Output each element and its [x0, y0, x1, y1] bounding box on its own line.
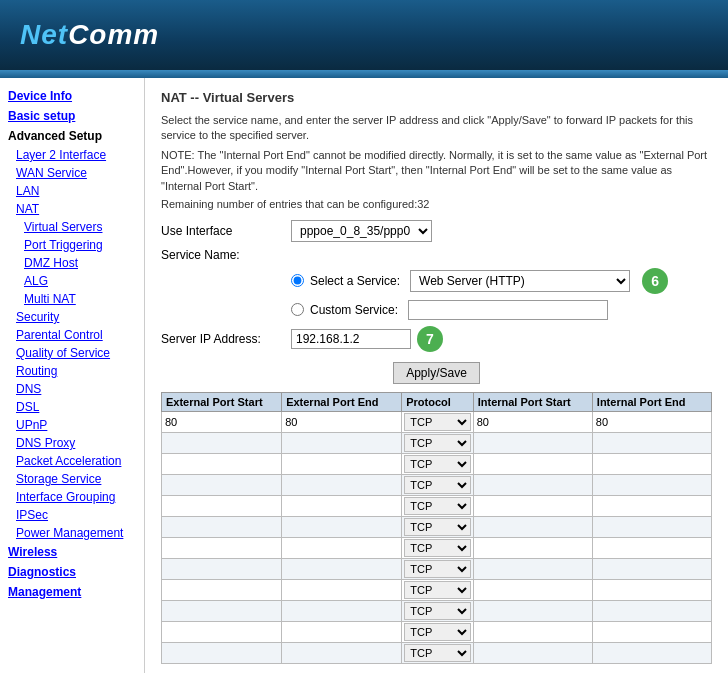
sidebar-item-ipsec[interactable]: IPSec [0, 506, 144, 524]
port-input[interactable] [164, 583, 279, 597]
sidebar-item-basic-setup[interactable]: Basic setup [0, 106, 144, 126]
sidebar-item-routing[interactable]: Routing [0, 362, 144, 380]
sidebar-item-multi-nat[interactable]: Multi NAT [0, 290, 144, 308]
port-input[interactable] [595, 478, 709, 492]
port-input[interactable] [476, 562, 590, 576]
sidebar-item-dsl[interactable]: DSL [0, 398, 144, 416]
protocol-select[interactable]: TCPUDPTCP/UDP [404, 434, 470, 452]
port-input[interactable] [164, 520, 279, 534]
use-interface-label: Use Interface [161, 224, 291, 238]
table-row: TCPUDPTCP/UDP [162, 537, 712, 558]
port-input[interactable] [476, 625, 590, 639]
protocol-select[interactable]: TCPUDPTCP/UDP [404, 623, 470, 641]
port-input[interactable] [595, 457, 709, 471]
sidebar-item-dns[interactable]: DNS [0, 380, 144, 398]
port-input[interactable] [476, 478, 590, 492]
port-input[interactable] [284, 625, 399, 639]
port-input[interactable] [476, 541, 590, 555]
port-input[interactable] [164, 436, 279, 450]
port-input[interactable] [476, 583, 590, 597]
sidebar-item-security[interactable]: Security [0, 308, 144, 326]
protocol-select[interactable]: TCPUDPTCP/UDP [404, 644, 470, 662]
port-input[interactable] [164, 625, 279, 639]
port-input[interactable] [476, 604, 590, 618]
port-input[interactable] [284, 499, 399, 513]
custom-service-input[interactable] [408, 300, 608, 320]
sidebar-item-management[interactable]: Management [0, 582, 144, 602]
port-input[interactable] [595, 520, 709, 534]
apply-save-button[interactable]: Apply/Save [393, 362, 480, 384]
port-input[interactable] [164, 541, 279, 555]
sidebar-item-port-triggering[interactable]: Port Triggering [0, 236, 144, 254]
port-input[interactable] [164, 562, 279, 576]
protocol-select[interactable]: TCPUDPTCP/UDP [404, 581, 470, 599]
server-ip-label: Server IP Address: [161, 332, 291, 346]
port-input[interactable] [284, 583, 399, 597]
port-input[interactable] [595, 562, 709, 576]
port-input[interactable] [284, 541, 399, 555]
sidebar-item-wan-service[interactable]: WAN Service [0, 164, 144, 182]
port-input[interactable] [284, 520, 399, 534]
port-input[interactable] [476, 415, 590, 429]
protocol-select[interactable]: TCPUDPTCP/UDP [404, 602, 470, 620]
sidebar-item-upnp[interactable]: UPnP [0, 416, 144, 434]
main-layout: Device InfoBasic setupAdvanced SetupLaye… [0, 78, 728, 673]
port-input[interactable] [476, 457, 590, 471]
port-input[interactable] [595, 436, 709, 450]
use-interface-select[interactable]: pppoe_0_8_35/ppp0 [291, 220, 432, 242]
port-input[interactable] [595, 646, 709, 660]
port-input[interactable] [476, 646, 590, 660]
port-input[interactable] [595, 625, 709, 639]
port-input[interactable] [595, 499, 709, 513]
sidebar-item-diagnostics[interactable]: Diagnostics [0, 562, 144, 582]
sidebar-item-alg[interactable]: ALG [0, 272, 144, 290]
port-input[interactable] [164, 457, 279, 471]
port-input[interactable] [595, 541, 709, 555]
protocol-select[interactable]: TCPUDPTCP/UDP [404, 413, 470, 431]
sidebar-item-wireless[interactable]: Wireless [0, 542, 144, 562]
sidebar-item-packet-accel[interactable]: Packet Acceleration [0, 452, 144, 470]
sidebar-item-dns-proxy[interactable]: DNS Proxy [0, 434, 144, 452]
sidebar-item-virtual-servers[interactable]: Virtual Servers [0, 218, 144, 236]
sidebar-item-power-mgmt[interactable]: Power Management [0, 524, 144, 542]
port-input[interactable] [595, 415, 709, 429]
port-input[interactable] [284, 415, 399, 429]
port-input[interactable] [284, 604, 399, 618]
col-int-end: Internal Port End [592, 392, 711, 411]
protocol-select[interactable]: TCPUDPTCP/UDP [404, 476, 470, 494]
port-input[interactable] [284, 562, 399, 576]
port-input[interactable] [476, 520, 590, 534]
apply-save-container: Apply/Save [161, 362, 712, 384]
port-input[interactable] [284, 457, 399, 471]
sidebar-item-dmz-host[interactable]: DMZ Host [0, 254, 144, 272]
sidebar-item-interface-grouping[interactable]: Interface Grouping [0, 488, 144, 506]
service-dropdown[interactable]: Web Server (HTTP) FTP SMTP DNS HTTPS Tel… [410, 270, 630, 292]
port-input[interactable] [284, 478, 399, 492]
protocol-select[interactable]: TCPUDPTCP/UDP [404, 497, 470, 515]
port-input[interactable] [164, 499, 279, 513]
sidebar-item-layer2[interactable]: Layer 2 Interface [0, 146, 144, 164]
protocol-select[interactable]: TCPUDPTCP/UDP [404, 518, 470, 536]
port-input[interactable] [284, 646, 399, 660]
port-input[interactable] [164, 646, 279, 660]
port-input[interactable] [164, 478, 279, 492]
port-input[interactable] [595, 604, 709, 618]
sidebar-item-lan[interactable]: LAN [0, 182, 144, 200]
select-service-radio[interactable] [291, 274, 304, 287]
protocol-select[interactable]: TCPUDPTCP/UDP [404, 455, 470, 473]
protocol-select[interactable]: TCPUDPTCP/UDP [404, 539, 470, 557]
server-ip-input[interactable] [291, 329, 411, 349]
sidebar-item-parental-control[interactable]: Parental Control [0, 326, 144, 344]
custom-service-radio[interactable] [291, 303, 304, 316]
sidebar-item-device-info[interactable]: Device Info [0, 86, 144, 106]
sidebar-item-storage[interactable]: Storage Service [0, 470, 144, 488]
sidebar-item-qos[interactable]: Quality of Service [0, 344, 144, 362]
protocol-select[interactable]: TCPUDPTCP/UDP [404, 560, 470, 578]
port-input[interactable] [164, 415, 279, 429]
sidebar-item-nat[interactable]: NAT [0, 200, 144, 218]
port-input[interactable] [476, 499, 590, 513]
port-input[interactable] [595, 583, 709, 597]
port-input[interactable] [164, 604, 279, 618]
port-input[interactable] [284, 436, 399, 450]
port-input[interactable] [476, 436, 590, 450]
